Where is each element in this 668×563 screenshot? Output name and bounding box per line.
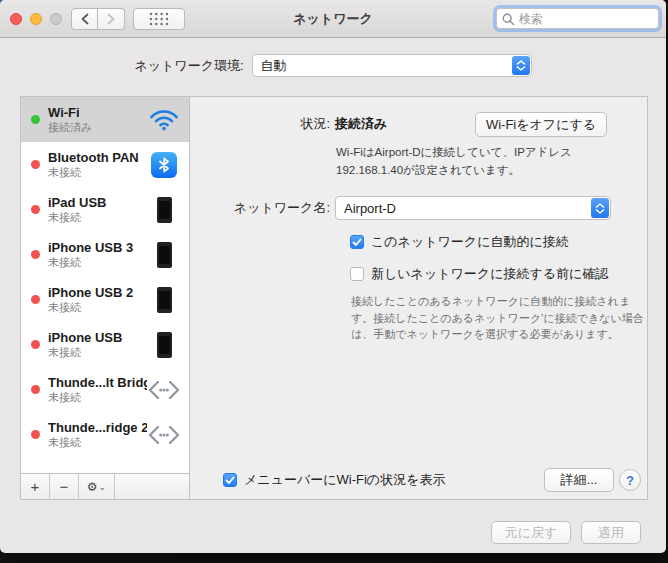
iphone-device-icon: [157, 287, 172, 313]
bluetooth-icon: [151, 152, 177, 178]
back-button[interactable]: [71, 8, 98, 30]
service-status: 未接続: [48, 166, 147, 180]
search-input[interactable]: [497, 9, 658, 28]
sidebar-service-row[interactable]: Thunde...lt Bridge 未接続: [21, 367, 189, 412]
sidebar-service-row[interactable]: Thunde...ridge 2 未接続: [21, 412, 189, 457]
service-name: Wi-Fi: [48, 105, 147, 121]
services-sidebar: Wi-Fi 接続済み: [20, 96, 190, 500]
network-name-value: Airport-D: [344, 201, 396, 216]
forward-button[interactable]: [98, 8, 125, 30]
status-description: Wi-FiはAirport-Dに接続していて、IPアドレス 192.168.1.…: [336, 144, 638, 180]
help-button[interactable]: ?: [619, 469, 641, 491]
stepper-icon: [591, 198, 609, 218]
thunderbolt-bridge-icon: [147, 424, 181, 446]
auto-join-row: このネットワークに自動的に接続: [350, 233, 569, 251]
service-list: Wi-Fi 接続済み: [21, 97, 189, 473]
sidebar-service-row[interactable]: iPhone USB 2 未接続: [21, 277, 189, 322]
thunderbolt-bridge-icon: [147, 379, 181, 401]
show-all-button[interactable]: [133, 8, 185, 30]
service-name: Thunde...lt Bridge: [48, 375, 147, 391]
chevron-left-icon: [80, 13, 90, 25]
footer-actions: 元に戻す 適用: [491, 521, 641, 544]
desktop-background: ネットワーク ネットワーク環境: 自動: [0, 0, 668, 563]
network-name-select[interactable]: Airport-D: [335, 196, 611, 220]
sidebar-service-row[interactable]: iPhone USB 未接続: [21, 322, 189, 367]
grid-icon: [149, 12, 169, 26]
location-select[interactable]: 自動: [252, 54, 532, 77]
location-select-value: 自動: [261, 57, 287, 75]
network-preferences-window: ネットワーク ネットワーク環境: 自動: [0, 0, 666, 553]
service-status: 未接続: [48, 256, 147, 270]
chevron-right-icon: [106, 13, 116, 25]
ask-join-label: 新しいネットワークに接続する前に確認: [371, 265, 608, 283]
service-name: iPhone USB 2: [48, 285, 147, 301]
remove-service-button[interactable]: −: [50, 474, 79, 499]
sidebar-service-row[interactable]: iPhone USB 3 未接続: [21, 232, 189, 277]
network-name-row: ネットワーク名: Airport-D: [190, 196, 611, 220]
service-status-dot-icon: [31, 115, 40, 124]
service-status: 接続済み: [48, 121, 147, 135]
service-name: iPad USB: [48, 195, 147, 211]
traffic-lights: [10, 13, 62, 25]
service-status: 未接続: [48, 301, 147, 315]
sidebar-toolbar: + − ⚙⌄: [21, 473, 189, 499]
chevron-down-icon: ⌄: [99, 482, 107, 492]
service-status: 未接続: [48, 346, 147, 360]
service-status-dot-icon: [31, 205, 40, 214]
auto-join-label: このネットワークに自動的に接続: [371, 233, 569, 251]
network-name-label: ネットワーク名:: [190, 199, 330, 217]
service-status: 未接続: [48, 391, 147, 405]
advanced-button[interactable]: 詳細...: [544, 468, 614, 492]
service-name: Bluetooth PAN: [48, 150, 147, 166]
apply-button[interactable]: 適用: [581, 521, 641, 544]
wifi-detail-panel: 状況: 接続済み Wi-Fiをオフにする Wi-FiはAirport-Dに接続し…: [189, 96, 648, 500]
iphone-device-icon: [157, 197, 172, 223]
service-status: 未接続: [48, 211, 147, 225]
join-note: 接続したことのあるネットワークに自動的に接続されます。接続したことのあるネットワ…: [351, 293, 645, 343]
service-name: iPhone USB 3: [48, 240, 147, 256]
service-status: 未接続: [48, 436, 147, 450]
status-label: 状況:: [190, 115, 330, 133]
iphone-device-icon: [157, 242, 172, 268]
sidebar-service-row[interactable]: Wi-Fi 接続済み: [21, 97, 189, 142]
service-status-dot-icon: [31, 250, 40, 259]
ask-join-checkbox[interactable]: [350, 267, 364, 281]
checkmark-icon: [225, 476, 235, 485]
add-service-button[interactable]: +: [21, 474, 50, 499]
zoom-button[interactable]: [50, 13, 62, 25]
status-value: 接続済み: [335, 115, 387, 133]
stepper-icon: [512, 56, 530, 75]
menubar-status-checkbox[interactable]: [223, 473, 237, 487]
history-nav: [71, 8, 125, 30]
titlebar: ネットワーク: [0, 0, 666, 38]
service-status-dot-icon: [31, 160, 40, 169]
service-name: iPhone USB: [48, 330, 147, 346]
search-field: [496, 8, 659, 29]
wifi-off-button[interactable]: Wi-Fiをオフにする: [475, 112, 607, 137]
menubar-status-row: メニューバーにWi-Fiの状況を表示: [223, 471, 445, 489]
wifi-icon: [149, 108, 179, 131]
service-name: Thunde...ridge 2: [48, 420, 147, 436]
sidebar-service-row[interactable]: Bluetooth PAN 未接続: [21, 142, 189, 187]
menubar-status-label: メニューバーにWi-Fiの状況を表示: [244, 471, 445, 489]
gear-icon: ⚙: [87, 480, 98, 494]
location-label: ネットワーク環境:: [134, 57, 243, 75]
service-status-dot-icon: [31, 430, 40, 439]
service-actions-button[interactable]: ⚙⌄: [79, 474, 115, 499]
service-status-dot-icon: [31, 340, 40, 349]
close-button[interactable]: [10, 13, 22, 25]
service-status-dot-icon: [31, 295, 40, 304]
revert-button[interactable]: 元に戻す: [491, 521, 571, 544]
service-status-dot-icon: [31, 385, 40, 394]
location-row: ネットワーク環境: 自動: [0, 54, 666, 77]
ask-join-row: 新しいネットワークに接続する前に確認: [350, 265, 608, 283]
auto-join-checkbox[interactable]: [350, 235, 364, 249]
status-row: 状況: 接続済み: [190, 115, 387, 133]
minimize-button[interactable]: [30, 13, 42, 25]
iphone-device-icon: [157, 332, 172, 358]
sidebar-service-row[interactable]: iPad USB 未接続: [21, 187, 189, 232]
checkmark-icon: [352, 238, 362, 247]
